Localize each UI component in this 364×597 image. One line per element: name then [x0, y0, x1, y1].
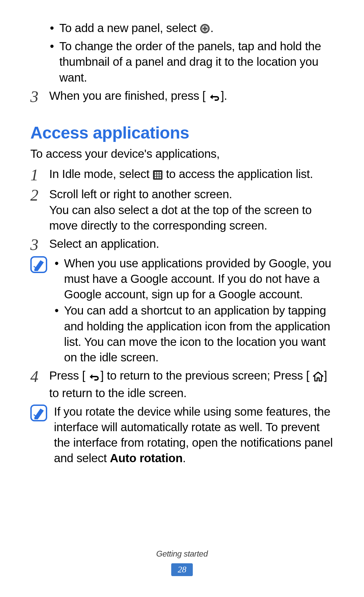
svg-rect-7	[159, 172, 161, 174]
bullet-glyph: •	[54, 256, 64, 271]
text-fragment: In Idle mode, select	[49, 167, 153, 180]
note-body: If you rotate the device while using som…	[54, 404, 334, 466]
step-body: When you are finished, press [ ].	[49, 88, 334, 106]
note-icon-wrap	[30, 256, 54, 277]
svg-rect-6	[157, 172, 159, 174]
bullet-text: When you use applications provided by Go…	[64, 256, 334, 302]
bullet-text: To add a new panel, select .	[59, 20, 334, 38]
text-fragment: to access the application list.	[166, 167, 313, 180]
svg-rect-9	[157, 174, 159, 176]
step-number: 2	[30, 186, 49, 203]
list-item: • To add a new panel, select .	[49, 20, 334, 38]
back-icon	[88, 370, 100, 385]
bullet-glyph: •	[54, 303, 64, 318]
text-fragment: ].	[221, 89, 227, 102]
svg-rect-8	[155, 174, 156, 176]
step-number: 1	[30, 166, 49, 183]
step-item: 1 In Idle mode, select to access the ap	[30, 166, 334, 184]
svg-rect-5	[155, 172, 156, 174]
text-fragment: ] to return to the previous screen; Pres…	[100, 369, 309, 382]
step-body: Press [ ] to return to the previous scre…	[49, 368, 334, 401]
list-item: • To change the order of the panels, tap…	[49, 38, 334, 85]
note-body: • When you use applications provided by …	[54, 256, 334, 366]
note-icon	[30, 405, 47, 421]
list-item: • You can add a shortcut to an applicati…	[54, 303, 334, 365]
home-icon	[312, 370, 324, 385]
svg-rect-11	[155, 177, 156, 178]
note-icon-wrap	[30, 404, 54, 425]
add-icon	[200, 22, 210, 38]
apps-grid-icon	[153, 168, 163, 184]
text-fragment: If you rotate the device while using som…	[54, 405, 333, 465]
bullet-text: You can add a shortcut to an application…	[64, 303, 334, 365]
svg-rect-12	[157, 177, 159, 178]
back-icon	[209, 90, 221, 106]
step-body: Scroll left or right to another screen. …	[49, 186, 334, 233]
section-heading: Access applications	[30, 122, 334, 144]
bullet-glyph: •	[49, 20, 59, 36]
step-item: 2 Scroll left or right to another screen…	[30, 186, 334, 233]
note-block: • When you use applications provided by …	[30, 256, 334, 366]
text-fragment: Press [	[49, 369, 85, 382]
step-item: 3 Select an application.	[30, 236, 334, 253]
step-number: 3	[30, 236, 49, 253]
note-icon	[30, 256, 47, 273]
document-page: • To add a new panel, select . • To chan…	[0, 0, 364, 597]
step-line: You can also select a dot at the top of …	[49, 202, 334, 233]
page-footer: Getting started 28	[0, 548, 364, 576]
step-number: 4	[30, 368, 49, 385]
text-fragment: .	[183, 451, 186, 465]
step-item: 3 When you are finished, press [ ].	[30, 88, 334, 106]
top-bullet-list: • To add a new panel, select . • To chan…	[49, 20, 334, 85]
bullet-glyph: •	[49, 38, 59, 54]
page-number-badge: 28	[171, 563, 193, 576]
svg-rect-10	[159, 174, 161, 176]
text-fragment: To add a new panel, select	[59, 21, 200, 34]
bold-text: Auto rotation	[110, 451, 183, 465]
step-body: Select an application.	[49, 236, 334, 251]
text-fragment: When you are finished, press [	[49, 89, 206, 102]
footer-section-label: Getting started	[0, 548, 364, 559]
list-item: • When you use applications provided by …	[54, 256, 334, 302]
step-body: In Idle mode, select to access the appli…	[49, 166, 334, 184]
svg-rect-3	[203, 28, 207, 29]
step-item: 4 Press [ ] to return to the previous sc…	[30, 368, 334, 401]
bullet-text: To change the order of the panels, tap a…	[59, 38, 334, 85]
text-fragment: .	[210, 21, 213, 34]
step-line: Scroll left or right to another screen.	[49, 186, 334, 202]
svg-rect-13	[159, 177, 161, 178]
intro-text: To access your device's applications,	[30, 146, 334, 161]
note-block: If you rotate the device while using som…	[30, 404, 334, 466]
step-number: 3	[30, 88, 49, 105]
